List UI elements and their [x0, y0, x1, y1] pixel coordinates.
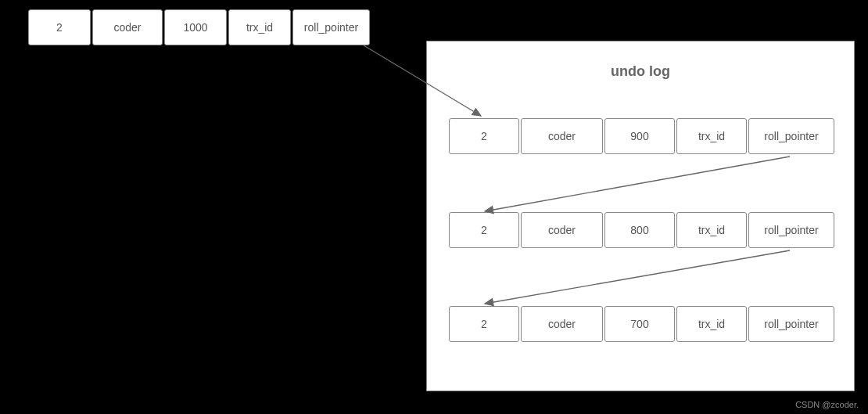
cell-name: coder — [92, 9, 163, 45]
cell-roll-pointer: roll_pointer — [748, 118, 834, 154]
undo-log-row: 2 coder 900 trx_id roll_pointer — [449, 118, 836, 154]
cell-name: coder — [521, 212, 603, 248]
cell-trx-id: trx_id — [676, 306, 747, 342]
cell-id: 2 — [28, 9, 91, 45]
undo-log-box: undo log 2 coder 900 trx_id roll_pointer… — [426, 41, 855, 391]
cell-id: 2 — [449, 306, 519, 342]
undo-log-row: 2 coder 700 trx_id roll_pointer — [449, 306, 836, 342]
cell-value: 1000 — [164, 9, 227, 45]
cell-name: coder — [521, 118, 603, 154]
cell-value: 900 — [604, 118, 675, 154]
cell-value: 700 — [604, 306, 675, 342]
cell-id: 2 — [449, 212, 519, 248]
main-record-row: 2 coder 1000 trx_id roll_pointer — [28, 9, 371, 45]
undo-log-row: 2 coder 800 trx_id roll_pointer — [449, 212, 836, 248]
cell-trx-id: trx_id — [228, 9, 291, 45]
cell-roll-pointer: roll_pointer — [748, 212, 834, 248]
cell-roll-pointer: roll_pointer — [292, 9, 370, 45]
watermark: CSDN @zcoder. — [795, 400, 859, 409]
cell-trx-id: trx_id — [676, 118, 747, 154]
cell-value: 800 — [604, 212, 675, 248]
undo-log-title: undo log — [427, 63, 854, 80]
cell-id: 2 — [449, 118, 519, 154]
cell-name: coder — [521, 306, 603, 342]
cell-roll-pointer: roll_pointer — [748, 306, 834, 342]
cell-trx-id: trx_id — [676, 212, 747, 248]
